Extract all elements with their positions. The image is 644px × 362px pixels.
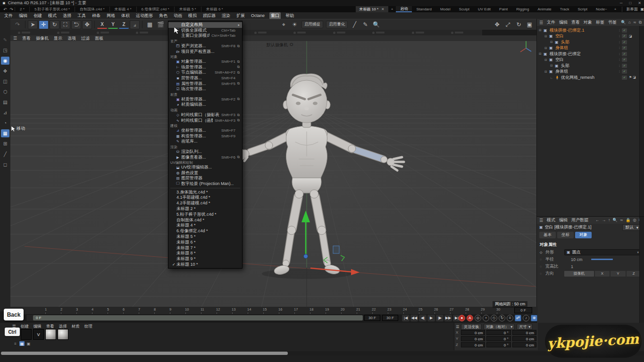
- popout-icon[interactable]: ⧉: [235, 118, 240, 123]
- window-menu-row[interactable]: ▤ 图层管理器: [168, 176, 242, 181]
- expand-icon[interactable]: ⊟: [539, 28, 543, 32]
- menu-item[interactable]: 扩展: [235, 12, 246, 19]
- enable-check-icon[interactable]: ✓: [622, 28, 627, 33]
- visibility-dots-icon[interactable]: ⁞: [619, 29, 620, 32]
- record-option-icon[interactable]: +: [483, 315, 489, 321]
- tool-rail-icon[interactable]: ◻: [1, 160, 9, 168]
- panel-side-rail[interactable]: [639, 26, 644, 216]
- visibility-dots-icon[interactable]: ⁞: [619, 46, 620, 50]
- orientation-button[interactable]: 摄像机: [564, 271, 594, 277]
- tool-rail-icon[interactable]: ▦: [1, 129, 9, 137]
- redo-icon[interactable]: ↷: [13, 20, 23, 29]
- add-layout-button[interactable]: +: [611, 7, 619, 11]
- render-picture-viewer-icon[interactable]: 🎬: [156, 20, 166, 29]
- menu-item[interactable]: 角色: [158, 12, 169, 19]
- enable-check-icon[interactable]: ✓: [622, 64, 627, 68]
- object-name[interactable]: 模块拼接-已绑定: [550, 51, 581, 57]
- tree-row[interactable]: ⊟ ▣ 头部 ⁞ ✓: [537, 39, 638, 45]
- menu-item[interactable]: 帮助: [284, 12, 295, 19]
- viewport-menu-item[interactable]: 面板: [95, 35, 103, 42]
- visibility-dots-icon[interactable]: ⁞: [619, 34, 620, 38]
- visibility-dots-icon[interactable]: ⁞: [619, 70, 620, 73]
- tree-row[interactable]: ⊟ ▣ 空白 ⁞ ✓ ◪: [537, 34, 638, 40]
- tool-rail-icon[interactable]: ◫: [1, 77, 9, 85]
- tool-rail-icon[interactable]: ╱: [1, 150, 9, 158]
- window-menu-row[interactable]: 6.母像绑定.c4d *: [168, 228, 242, 234]
- popout-icon[interactable]: ⧉: [639, 20, 642, 25]
- live-selection-icon[interactable]: ➤: [28, 20, 38, 29]
- coordinate-system-icon[interactable]: ⟓: [130, 20, 140, 29]
- layout-tab[interactable]: Script: [574, 6, 592, 12]
- expand-icon[interactable]: ⊟: [539, 52, 543, 56]
- window-menu-row[interactable]: 未标题 4 *: [168, 223, 242, 228]
- timeline-ruler[interactable]: 1234567891011121314151617181920212223242…: [45, 307, 512, 314]
- layout-tab[interactable]: Sculpt: [455, 6, 474, 12]
- viewport-menu-item[interactable]: 查看: [22, 35, 31, 42]
- radius-value[interactable]: 10 cm: [571, 257, 583, 262]
- visibility-dots-icon[interactable]: ⁞: [619, 52, 620, 56]
- document-tab[interactable]: 5.鞋子裤子形状.c4d *: [29, 7, 75, 12]
- minimize-button[interactable]: ─: [620, 1, 623, 5]
- view-pan-icon[interactable]: ✥: [492, 20, 502, 29]
- scrollbar-thumb[interactable]: [1, 352, 288, 355]
- object-manager-menu-item[interactable]: 文件: [547, 19, 555, 25]
- position-field[interactable]: 0 cm: [461, 342, 485, 347]
- shape-dropdown[interactable]: ▣ 圆点 ▾: [564, 249, 641, 255]
- object-manager-menu-item[interactable]: 编辑: [559, 19, 568, 25]
- layout-tab[interactable]: Rigging: [512, 6, 533, 12]
- back-icon[interactable]: ←: [595, 218, 600, 223]
- expand-icon[interactable]: ⊟: [550, 40, 554, 44]
- document-tab[interactable]: 自制面体.c4d *: [75, 7, 109, 12]
- position-field[interactable]: 0 cm: [461, 336, 485, 341]
- camera-label[interactable]: 默认摄像机 ⛭: [267, 42, 293, 48]
- tool-rail-icon[interactable]: ⬡: [1, 88, 9, 96]
- attribute-tab[interactable]: 对象: [575, 232, 592, 238]
- next-key-icon[interactable]: ▶▶: [444, 315, 452, 321]
- tag-icons[interactable]: ⚑ ◪: [629, 76, 638, 79]
- window-menu-row[interactable]: ⬡ 节点编辑器... Shift+Alt+F2 ⧉: [168, 70, 242, 76]
- interface-toggle-icon[interactable]: ▣: [640, 7, 644, 11]
- record-option-icon[interactable]: A: [467, 315, 473, 321]
- document-tab[interactable]: 2 *: [15, 7, 29, 11]
- window-menu-row[interactable]: ▶ 图像查看器... Shift+F6 ⧉: [168, 154, 242, 160]
- menu-item[interactable]: 创建: [32, 12, 43, 19]
- layout-tab[interactable]: Track: [556, 6, 574, 12]
- window-menu-row[interactable]: ▣ 材质管理器... Shift+F2 ⧉: [168, 97, 242, 102]
- popout-icon[interactable]: ⧉: [235, 59, 240, 64]
- expand-icon[interactable]: ⊟: [544, 70, 548, 74]
- viewport-menu-item[interactable]: 显示: [54, 35, 62, 42]
- document-tab[interactable]: 未标题 6 *: [201, 7, 228, 12]
- filter-icon[interactable]: ≂: [633, 20, 636, 25]
- move-tool-icon[interactable]: ✛: [39, 20, 49, 29]
- snap-option-chip[interactable]: [136, 32, 148, 34]
- attribute-tab[interactable]: 坐标: [557, 232, 574, 238]
- expand-icon[interactable]: ⊟: [550, 64, 554, 67]
- view-toggle-icon[interactable]: ▣: [525, 20, 535, 29]
- maximize-button[interactable]: □: [629, 1, 631, 5]
- popout-icon[interactable]: ⧉: [235, 81, 240, 86]
- record-option-icon[interactable]: ♪: [523, 315, 529, 321]
- object-name[interactable]: 空白: [555, 57, 564, 63]
- enable-snap-button[interactable]: 启用捕捉: [301, 21, 323, 28]
- list-view-icon[interactable]: ≡: [13, 341, 18, 346]
- enable-check-icon[interactable]: ✓: [622, 40, 627, 44]
- expand-icon[interactable]: ∟: [550, 76, 554, 79]
- forward-icon[interactable]: →: [602, 218, 606, 223]
- line-icon[interactable]: ╱: [350, 20, 360, 29]
- attributes-menu-item[interactable]: 编辑: [559, 217, 568, 223]
- next-frame-icon[interactable]: |▶: [436, 315, 443, 321]
- rotation-field[interactable]: 0 °: [486, 330, 510, 335]
- menu-item[interactable]: 文件: [3, 12, 14, 19]
- tool-rail-icon[interactable]: ⊞: [1, 140, 9, 148]
- menu-item[interactable]: 窗口: [269, 12, 281, 19]
- current-frame-field[interactable]: 0 F: [514, 307, 532, 313]
- rotation-field[interactable]: 0 °: [486, 342, 510, 347]
- enable-check-icon[interactable]: ✓: [622, 76, 627, 80]
- lock-y-axis-icon[interactable]: Y: [108, 21, 118, 29]
- object-name[interactable]: 头部: [561, 63, 569, 69]
- camera-gear-icon[interactable]: ⛭: [290, 42, 293, 48]
- window-menu-row[interactable]: 自制面体.c4d *: [168, 217, 242, 223]
- size-dropdown[interactable]: 尺寸 ▾: [517, 324, 533, 330]
- material-thumbnail[interactable]: [58, 329, 68, 340]
- hamburger-icon[interactable]: ☰: [539, 20, 543, 25]
